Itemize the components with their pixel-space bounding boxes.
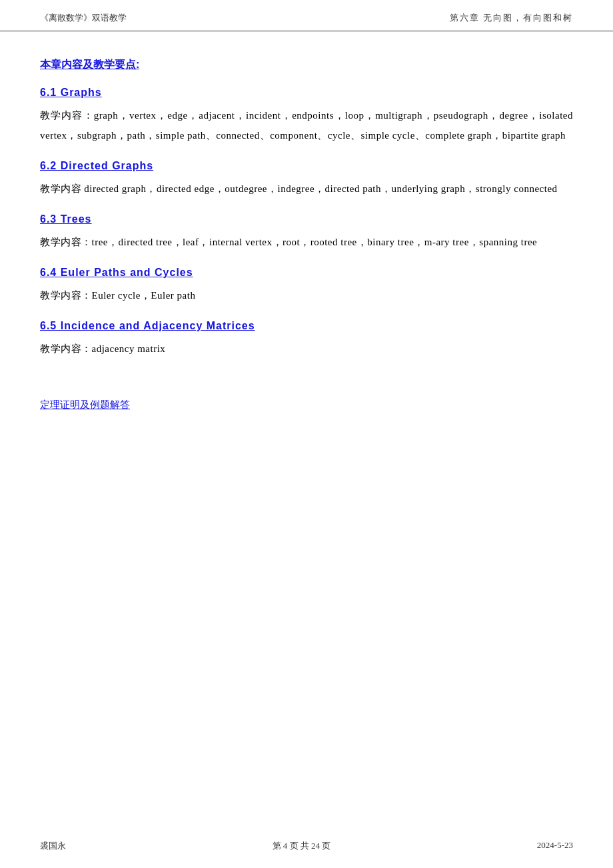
section-content-6.1: 教学内容：graph，vertex，edge，adjacent，incident… [40, 105, 573, 145]
section-heading-6.3[interactable]: 6.3 Trees [40, 213, 573, 225]
footer-left: 裘国永 [40, 840, 66, 852]
page-container: 《离散数学》双语教学 第六章 无向图，有向图和树 本章内容及教学要点: 6.1 … [0, 0, 613, 868]
section-heading-6.4[interactable]: 6.4 Euler Paths and Cycles [40, 267, 573, 279]
page-content: 本章内容及教学要点: 6.1 Graphs教学内容：graph，vertex，e… [0, 31, 613, 451]
section-heading-6.2[interactable]: 6.2 Directed Graphs [40, 160, 573, 172]
footer-right: 2024-5-23 [537, 840, 573, 852]
header-left: 《离散数学》双语教学 [40, 12, 127, 24]
sections-container: 6.1 Graphs教学内容：graph，vertex，edge，adjacen… [40, 87, 573, 359]
section-heading-6.1[interactable]: 6.1 Graphs [40, 87, 573, 99]
chapter-title[interactable]: 本章内容及教学要点: [40, 58, 573, 72]
theorem-link[interactable]: 定理证明及例题解答 [40, 399, 130, 411]
section-content-6.5: 教学内容：adjacency matrix [40, 339, 573, 359]
header-center: 第六章 无向图，有向图和树 [450, 12, 573, 24]
page-header: 《离散数学》双语教学 第六章 无向图，有向图和树 [0, 0, 613, 31]
page-footer: 裘国永 第 4 页 共 24 页 2024-5-23 [0, 840, 613, 852]
section-content-6.3: 教学内容：tree，directed tree，leaf，internal ve… [40, 232, 573, 252]
section-heading-6.5[interactable]: 6.5 Incidence and Adjacency Matrices [40, 320, 573, 332]
section-content-6.2: 教学内容 directed graph，directed edge，outdeg… [40, 179, 573, 199]
footer-center: 第 4 页 共 24 页 [273, 840, 331, 852]
section-content-6.4: 教学内容：Euler cycle，Euler path [40, 285, 573, 305]
